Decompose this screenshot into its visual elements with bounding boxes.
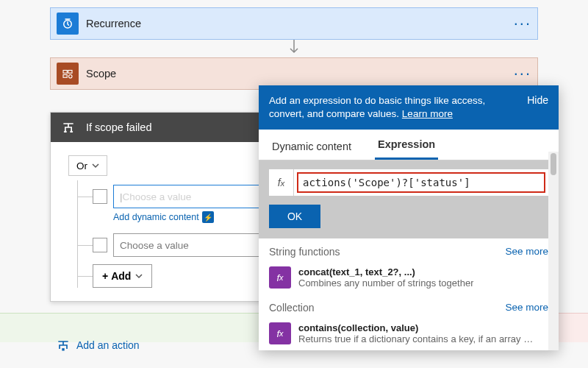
see-more-link[interactable]: See more <box>505 246 548 258</box>
recurrence-menu-icon[interactable]: ··· <box>514 14 531 33</box>
function-group-header: Collection See more <box>259 294 559 316</box>
branch-icon <box>58 117 79 138</box>
function-item[interactable]: fx concat(text_1, text_2?, ...) Combines… <box>259 261 559 294</box>
true-branch <box>0 313 294 342</box>
scope-icon <box>57 63 79 85</box>
popup-hint: Add an expression to do basic things lik… <box>269 94 520 121</box>
lightning-icon: ⚡ <box>202 211 214 223</box>
popup-tabs: Dynamic content Expression <box>259 130 559 160</box>
svg-point-4 <box>69 75 73 79</box>
add-condition-button[interactable]: +Add <box>93 264 152 288</box>
recurrence-title: Recurrence <box>86 18 141 29</box>
function-desc: Returns true if a dictionary contains a … <box>298 333 534 344</box>
value-placeholder: |Choose a value <box>120 191 191 202</box>
scope-title: Scope <box>86 68 116 79</box>
condition-title: If scope failed <box>86 121 151 133</box>
ok-button[interactable]: OK <box>269 205 320 228</box>
svg-rect-5 <box>62 348 64 350</box>
popup-header: Add an expression to do basic things lik… <box>259 85 559 130</box>
function-group-header: String functions See more <box>259 238 559 261</box>
function-list: String functions See more fx concat(text… <box>259 238 559 350</box>
fx-icon: fx <box>269 266 291 289</box>
expression-popup: Add an expression to do basic things lik… <box>259 85 559 350</box>
add-dynamic-content-link[interactable]: Add dynamic content ⚡ <box>113 211 214 223</box>
row-checkbox[interactable] <box>93 238 107 252</box>
function-name: contains(collection, value) <box>298 322 534 333</box>
recurrence-card[interactable]: Recurrence ··· <box>50 7 538 40</box>
connector-arrow <box>0 40 588 57</box>
hide-button[interactable]: Hide <box>527 94 548 121</box>
scrollbar-thumb[interactable] <box>551 153 556 175</box>
scrollbar[interactable] <box>548 152 559 350</box>
tab-expression[interactable]: Expression <box>375 138 438 160</box>
scope-menu-icon[interactable]: ··· <box>514 64 531 83</box>
svg-rect-1 <box>63 71 67 74</box>
svg-rect-3 <box>63 75 67 78</box>
clock-icon <box>57 13 79 35</box>
function-desc: Combines any number of strings together <box>298 277 473 289</box>
svg-rect-2 <box>68 71 72 74</box>
function-name: concat(text_1, text_2?, ...) <box>298 266 473 277</box>
row-checkbox[interactable] <box>93 189 107 204</box>
fx-icon: fx <box>269 169 294 196</box>
value-placeholder: Choose a value <box>120 240 189 251</box>
tab-dynamic-content[interactable]: Dynamic content <box>269 141 354 160</box>
condition-operator-dropdown[interactable]: Or <box>68 155 107 176</box>
add-action-button[interactable]: Add an action <box>56 339 140 352</box>
function-item[interactable]: fx contains(collection, value) Returns t… <box>259 316 559 350</box>
condition-operator-label: Or <box>76 160 87 171</box>
learn-more-link[interactable]: Learn more <box>402 108 453 119</box>
expression-input-row: fx actions('Scope')?['status'] <box>269 169 548 196</box>
see-more-link[interactable]: See more <box>505 302 548 314</box>
expression-input[interactable]: actions('Scope')?['status'] <box>297 172 545 193</box>
fx-icon: fx <box>269 322 291 344</box>
